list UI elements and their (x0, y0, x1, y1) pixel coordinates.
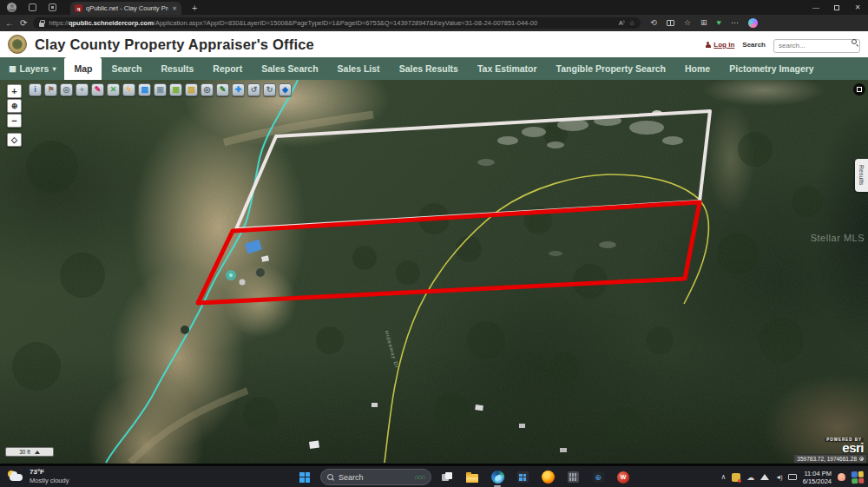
zoom-box-button[interactable]: ◎ (60, 83, 73, 96)
back-icon[interactable]: ← (5, 19, 14, 28)
lock-icon[interactable] (39, 23, 44, 27)
browser-essentials-icon[interactable]: ♥ (717, 19, 721, 27)
save-button[interactable]: ◆ (279, 83, 292, 96)
markup-button[interactable]: ✎ (216, 83, 229, 96)
prev-extent-button[interactable]: ↺ (247, 83, 260, 96)
site-search-input[interactable] (773, 39, 860, 53)
touch-keyboard-icon[interactable] (788, 474, 797, 480)
photo-icon: ▣ (156, 86, 164, 94)
print-icon: ▤ (141, 86, 148, 94)
draw-button[interactable]: ✎ (91, 83, 104, 96)
new-tab-button[interactable]: + (192, 3, 197, 13)
nav-item-report[interactable]: Report (203, 57, 252, 80)
nav-item-pictometry-imagery[interactable]: Pictometry Imagery (720, 57, 823, 80)
flag-button[interactable]: ⚑ (44, 83, 57, 96)
measure-button[interactable]: ▥ (185, 83, 198, 96)
wifi-icon[interactable] (760, 474, 769, 480)
next-extent-button[interactable]: ↻ (263, 83, 276, 96)
gps-icon[interactable] (859, 457, 864, 461)
windows-icon (299, 472, 310, 483)
file-explorer-button[interactable] (463, 468, 482, 487)
search-label: Search (742, 41, 766, 49)
nav-item-results[interactable]: Results (151, 57, 203, 80)
map-viewport[interactable]: Hideaway Dr + ⊕ − ◇ i⚑◎●✎✕ϟ▤▣▦▥◎✎✚↺↻◆ Re… (0, 80, 868, 464)
flash-button[interactable]: ϟ (122, 83, 135, 96)
nav-item-tangible-property-search[interactable]: Tangible Property Search (547, 57, 675, 80)
zoom-in-button[interactable]: + (7, 84, 22, 98)
more-menu-icon[interactable]: ⋯ (731, 19, 739, 27)
url-text: https://qpublic.schneidercorp.com/Applic… (49, 19, 614, 27)
task-view-button[interactable] (437, 468, 457, 487)
nav-item-sales-list[interactable]: Sales List (328, 57, 390, 80)
speaker-icon[interactable]: ◄) (775, 474, 781, 480)
notifications-icon[interactable] (838, 473, 845, 481)
zoom-controls: + ⊕ − ◇ (7, 84, 22, 148)
search-icon[interactable] (852, 39, 857, 44)
print-button[interactable]: ▤ (138, 83, 151, 96)
scale-bar[interactable]: 30 ft (5, 447, 54, 457)
tray-chevron-icon[interactable]: ∧ (721, 473, 727, 481)
favorites-bar-icon[interactable]: ☆ (684, 19, 691, 27)
tray-app-icon[interactable] (732, 473, 740, 482)
browser-tab[interactable]: q qPublic.net - Clay County Prope ✕ (70, 2, 181, 15)
store-button[interactable] (513, 468, 532, 487)
zoom-extent-button[interactable]: ⊕ (7, 99, 22, 113)
fullscreen-button[interactable] (853, 83, 865, 95)
nav-item-search[interactable]: Search (102, 57, 151, 80)
map-overlay-art (0, 80, 868, 464)
nav-item-sales-results[interactable]: Sales Results (390, 57, 468, 80)
taskbar-search-icon (327, 474, 334, 481)
basemap-button[interactable]: ▦ (169, 83, 182, 96)
widgets-icon[interactable] (852, 471, 865, 484)
split-screen-icon[interactable] (667, 20, 674, 26)
photo-button[interactable]: ▣ (154, 83, 167, 96)
pan-mode-button[interactable]: ◇ (7, 133, 22, 147)
login-link[interactable]: Log In (705, 41, 734, 49)
onedrive-icon[interactable]: ☁ (746, 473, 754, 482)
refresh-icon[interactable]: ⟳ (20, 19, 27, 28)
zoom-box-icon: ◎ (63, 86, 70, 94)
minimize-button[interactable]: — (806, 0, 826, 15)
pan-icon: ✚ (235, 86, 242, 94)
profile-avatar[interactable] (7, 3, 16, 12)
screen: q qPublic.net - Clay County Prope ✕ + — … (0, 0, 868, 487)
edge-button[interactable] (488, 468, 507, 487)
sync-icon[interactable]: ⟲ (650, 19, 657, 27)
taskbar: 73°F Mostly cloudy Search ⌂⌂⌂ ⊕ W ∧ (0, 465, 868, 487)
weather-widget[interactable]: 73°F Mostly cloudy (7, 468, 69, 484)
nav-item-tax-estimator[interactable]: Tax Estimator (468, 57, 547, 80)
zoom-out-button[interactable]: − (7, 114, 22, 128)
results-side-tab[interactable]: Results (855, 159, 868, 192)
taskbar-search[interactable]: Search ⌂⌂⌂ (320, 469, 431, 485)
maximize-button[interactable] (826, 0, 847, 15)
url-field[interactable]: https://qpublic.schneidercorp.com/Applic… (33, 17, 641, 29)
copilot-icon[interactable] (748, 18, 758, 28)
firefox-button[interactable] (538, 468, 557, 487)
globe-button[interactable]: ● (76, 83, 89, 96)
erase-button[interactable]: ✕ (107, 83, 120, 96)
active-app-indicator (494, 485, 501, 487)
browser-action-icons: ⟲ ☆ ⊞ ♥ ⋯ (650, 18, 758, 28)
globe-app-button[interactable]: ⊕ (589, 468, 608, 487)
weather-temp: 73°F (30, 468, 69, 477)
tab-close-icon[interactable]: ✕ (172, 5, 177, 12)
clock[interactable]: 11:04 PM 6/15/2024 (803, 470, 832, 485)
read-aloud-icon[interactable]: A⁾ (619, 19, 625, 27)
close-button[interactable]: ✕ (847, 0, 868, 15)
identify-button[interactable]: i (29, 83, 42, 96)
favorite-star-icon[interactable]: ☆ (629, 19, 635, 27)
collections-icon[interactable]: ⊞ (700, 19, 707, 27)
nav-item-map[interactable]: Map (64, 57, 102, 80)
grid-app-button[interactable] (563, 468, 582, 487)
tab-actions-icon[interactable] (29, 3, 36, 11)
nav-item-home[interactable]: Home (675, 57, 720, 80)
search-map-button[interactable]: ◎ (201, 83, 214, 96)
login-label: Log In (713, 41, 734, 49)
folder-icon (466, 474, 478, 483)
w-app-button[interactable]: W (614, 468, 633, 487)
workspaces-icon[interactable] (49, 3, 56, 11)
pan-button[interactable]: ✚ (232, 83, 245, 96)
layers-dropdown[interactable]: ▦ Layers ▾ (9, 57, 64, 80)
nav-item-sales-search[interactable]: Sales Search (252, 57, 327, 80)
start-button[interactable] (295, 468, 314, 487)
